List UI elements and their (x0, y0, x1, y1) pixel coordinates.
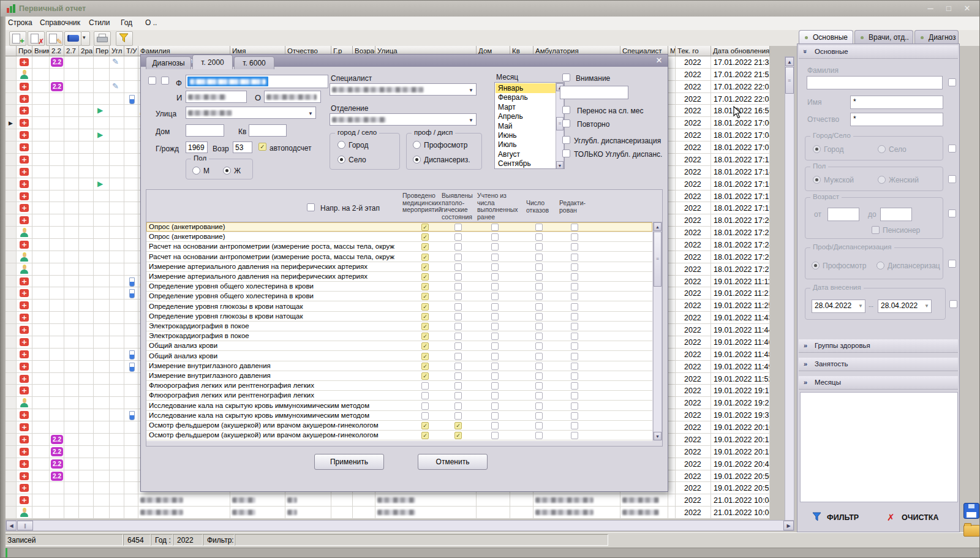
grid-row[interactable]: Определение уровня общего холестерина в … (146, 282, 652, 292)
grid-checkbox[interactable] (454, 412, 462, 420)
minimize-button[interactable]: ─ (922, 3, 938, 14)
carry-next-month-checkbox[interactable] (562, 106, 570, 114)
city-radio[interactable] (337, 141, 345, 149)
menu-o[interactable]: О .. (145, 18, 157, 27)
grid-checkbox[interactable] (535, 243, 543, 251)
surname-input[interactable] (807, 76, 943, 89)
grid-checkbox[interactable] (535, 372, 543, 380)
grid-checkbox[interactable]: ✓ (421, 342, 429, 350)
village-radio[interactable] (878, 145, 886, 153)
grid-checkbox[interactable] (535, 353, 543, 360)
grid-row[interactable]: Расчет на основании антропометрии (измер… (146, 242, 652, 252)
tab-vrachi[interactable]: Врачи, отд.. (854, 30, 913, 44)
name-input[interactable]: * (850, 96, 943, 109)
flag2-checkbox[interactable] (161, 77, 169, 85)
grid-row[interactable]: Флюорография легких или рентгенография л… (146, 391, 652, 401)
attention-checkbox[interactable] (562, 74, 570, 81)
filter-apply-button[interactable]: ФИЛЬТР (812, 511, 880, 526)
grid-checkbox[interactable] (571, 372, 578, 380)
dialog-close-icon[interactable]: ✕ (654, 56, 664, 66)
column-header[interactable]: Угл (110, 46, 124, 56)
grid-checkbox[interactable]: ✓ (421, 323, 429, 330)
grid-checkbox[interactable] (571, 273, 578, 281)
reference-book-button[interactable] (64, 31, 81, 46)
specialist-combo[interactable]: ▼ (330, 83, 477, 96)
tab-diagnoz[interactable]: Диагноз (914, 30, 959, 44)
grid-checkbox[interactable] (535, 363, 543, 370)
menu-stroka[interactable]: Строка (8, 18, 32, 27)
month-item[interactable]: Апрель (496, 111, 557, 121)
age-from-input[interactable] (827, 208, 859, 221)
grid-checkbox[interactable] (571, 333, 578, 340)
grid-checkbox[interactable] (535, 313, 543, 320)
scroll-right-icon[interactable]: ▶ (783, 521, 794, 530)
stage2-checkbox[interactable] (307, 203, 315, 211)
grid-checkbox[interactable] (491, 323, 499, 330)
grid-checkbox[interactable] (535, 323, 543, 330)
grid-checkbox[interactable] (454, 392, 462, 399)
grid-checkbox[interactable] (454, 313, 462, 320)
grid-checkbox[interactable] (571, 363, 578, 370)
grid-checkbox[interactable] (535, 273, 543, 281)
column-header[interactable]: Мес (668, 46, 676, 56)
grid-row[interactable]: Определение уровня глюкозы в крови натощ… (146, 312, 652, 322)
prof-radio[interactable] (812, 262, 820, 270)
grid-checkbox[interactable] (535, 303, 543, 311)
grid-checkbox[interactable] (535, 283, 543, 290)
city-village-apply-checkbox[interactable] (948, 145, 956, 153)
month-item[interactable]: Сентябрь (496, 159, 557, 168)
street-combo[interactable]: ▼ (186, 107, 316, 119)
grid-checkbox[interactable] (454, 342, 462, 350)
grid-checkbox[interactable] (571, 422, 578, 429)
add-record-button[interactable]: ＋ (9, 31, 26, 46)
grid-checkbox[interactable] (491, 382, 499, 390)
main-vertical-scrollbar[interactable]: ▲ = ▼ (785, 56, 794, 531)
table-row[interactable]: +202221.01.2022 10:04:18 (1, 494, 770, 507)
disp-radio[interactable] (413, 156, 421, 164)
grid-checkbox[interactable] (454, 254, 462, 261)
section-gruppy-zdorovya[interactable]: » Группы здоровья (799, 339, 958, 353)
grid-checkbox[interactable] (454, 323, 462, 330)
grid-row[interactable]: Исследование кала на скрытую кровь иммун… (146, 411, 652, 421)
age-apply-checkbox[interactable] (948, 209, 956, 217)
scroll-up-icon[interactable]: ▲ (785, 57, 794, 66)
grid-checkbox[interactable] (571, 432, 578, 439)
grid-checkbox[interactable] (491, 273, 499, 281)
grid-checkbox[interactable] (571, 392, 578, 399)
grid-checkbox[interactable] (454, 263, 462, 271)
grid-row[interactable]: Опрос (анкетирование)✓ (146, 222, 652, 232)
grid-checkbox[interactable]: ✓ (421, 333, 429, 340)
grid-checkbox[interactable] (535, 293, 543, 300)
column-header[interactable]: Пер (94, 46, 110, 56)
tab-t2000[interactable]: т. 2000 (192, 55, 233, 69)
grid-checkbox[interactable]: ✓ (454, 432, 462, 439)
print-button[interactable] (94, 31, 111, 46)
grid-checkbox[interactable] (535, 333, 543, 340)
grid-checkbox[interactable] (535, 254, 543, 261)
grid-checkbox[interactable] (454, 293, 462, 300)
grid-checkbox[interactable] (535, 233, 543, 241)
column-header[interactable]: Проф (17, 46, 32, 56)
grid-checkbox[interactable] (535, 432, 543, 439)
grid-checkbox[interactable] (571, 412, 578, 420)
grid-row[interactable]: Измерение артериального давления на пери… (146, 262, 652, 272)
column-header[interactable]: Дата обновления (711, 46, 770, 56)
flat-input[interactable] (249, 124, 287, 137)
month-listbox[interactable]: ЯнварьФевральМартАпрельМайИюньИюльАвгуст… (494, 82, 565, 169)
grid-checkbox[interactable] (491, 293, 499, 300)
grid-checkbox[interactable] (421, 402, 429, 410)
grid-checkbox[interactable]: ✓ (421, 243, 429, 251)
grid-checkbox[interactable]: ✓ (421, 293, 429, 300)
deep-disp-checkbox[interactable] (562, 136, 570, 144)
patronymic-input[interactable] (264, 91, 321, 103)
grid-checkbox[interactable] (454, 273, 462, 281)
grid-row[interactable]: Определение уровня глюкозы в крови натощ… (146, 302, 652, 312)
menu-god[interactable]: Год (121, 18, 132, 27)
month-item[interactable]: Август (496, 149, 557, 159)
grid-row[interactable]: Электрокардиография в покое✓ (146, 331, 652, 341)
grid-checkbox[interactable] (491, 243, 499, 251)
grid-checkbox[interactable] (491, 224, 499, 231)
grid-checkbox[interactable] (454, 224, 462, 231)
month-item[interactable]: Январь (496, 83, 557, 93)
grid-row[interactable]: Общий анализ крови✓ (146, 341, 652, 351)
